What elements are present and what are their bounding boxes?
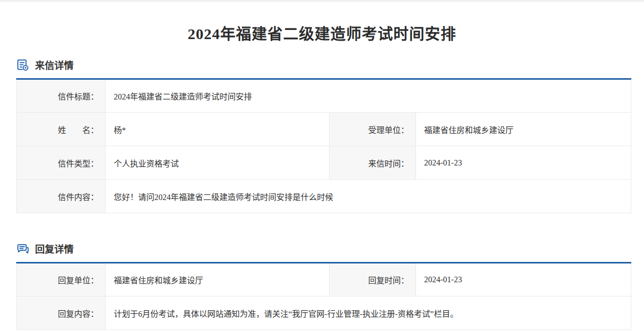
letter-subject-value: 2024年福建省二级建造师考试时间安排	[106, 79, 631, 113]
letter-type-label: 信件类型：	[17, 146, 106, 180]
letter-date-label: 来信时间：	[330, 146, 416, 180]
reply-section-title: 回复详情	[35, 242, 74, 255]
letter-name-value: 杨*	[106, 113, 330, 146]
reply-content-label: 回复内容：	[17, 296, 106, 330]
letter-type-value: 个人执业资格考试	[106, 146, 330, 180]
letter-date-value: 2024-01-23	[416, 146, 631, 180]
chat-bubbles-icon	[16, 242, 29, 255]
letter-subject-label: 信件标题：	[17, 79, 106, 113]
page-title: 2024年福建省二级建造师考试时间安排	[0, 21, 644, 44]
page-top-fade	[0, 0, 644, 3]
letter-section-title: 来信详情	[35, 58, 74, 72]
table-row: 信件类型： 个人执业资格考试 来信时间： 2024-01-23	[17, 146, 631, 180]
table-row: 信件标题： 2024年福建省二级建造师考试时间安排	[17, 79, 631, 113]
main-content: 来信详情 信件标题： 2024年福建省二级建造师考试时间安排 姓 名： 杨* 受…	[16, 58, 631, 330]
letter-section-header: 来信详情	[16, 58, 631, 72]
reply-unit-label: 回复单位：	[17, 263, 106, 296]
reply-content-value: 计划于6月份考试，具体以网站通知为准，请关注“我厅官网-行业管理-执业注册-资格…	[106, 296, 631, 330]
reply-unit-value: 福建省住房和城乡建设厅	[106, 263, 330, 296]
table-row: 回复单位： 福建省住房和城乡建设厅 回复时间： 2024-01-23	[17, 263, 631, 296]
document-view-icon	[16, 58, 29, 72]
letter-name-label: 姓 名：	[17, 113, 106, 146]
reply-section-header: 回复详情	[16, 242, 631, 255]
letter-content-label: 信件内容：	[17, 180, 106, 213]
letter-content-value: 您好！请问2024年福建省二级建造师考试时间安排是什么时候	[106, 180, 631, 213]
table-row: 回复内容： 计划于6月份考试，具体以网站通知为准，请关注“我厅官网-行业管理-执…	[17, 296, 631, 330]
letter-detail-table: 信件标题： 2024年福建省二级建造师考试时间安排 姓 名： 杨* 受理单位： …	[16, 78, 631, 213]
table-row: 姓 名： 杨* 受理单位： 福建省住房和城乡建设厅	[17, 113, 631, 146]
reply-date-value: 2024-01-23	[416, 263, 631, 296]
table-row: 信件内容： 您好！请问2024年福建省二级建造师考试时间安排是什么时候	[17, 180, 631, 213]
letter-agency-label: 受理单位：	[330, 113, 416, 146]
letter-agency-value: 福建省住房和城乡建设厅	[416, 113, 631, 146]
reply-detail-table: 回复单位： 福建省住房和城乡建设厅 回复时间： 2024-01-23 回复内容：…	[16, 262, 631, 330]
reply-date-label: 回复时间：	[330, 263, 416, 296]
